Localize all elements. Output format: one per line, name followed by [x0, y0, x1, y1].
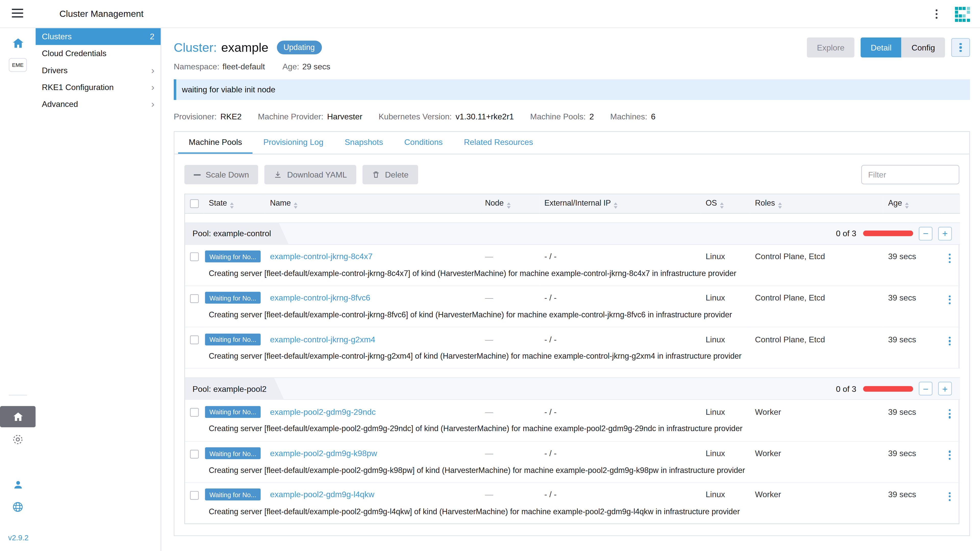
- tab-snapshots[interactable]: Snapshots: [334, 132, 394, 154]
- machine-detail-text: Creating server [fleet-default/example-c…: [204, 268, 960, 286]
- tab-machine-pools[interactable]: Machine Pools: [178, 132, 253, 154]
- machine-detail-text: Creating server [fleet-default/example-p…: [204, 465, 960, 483]
- machine-row: Waiting for No...example-pool2-gdm9g-k98…: [185, 441, 960, 465]
- row-actions-icon[interactable]: [947, 449, 953, 462]
- row-checkbox[interactable]: [190, 491, 199, 499]
- machine-detail-row: Creating server [fleet-default/example-p…: [185, 424, 960, 441]
- cluster-actions-button[interactable]: [951, 38, 970, 57]
- tab-conditions[interactable]: Conditions: [393, 132, 453, 154]
- machine-detail-text: Creating server [fleet-default/example-c…: [204, 351, 960, 368]
- brand-logo[interactable]: [954, 5, 971, 23]
- row-checkbox[interactable]: [190, 294, 199, 303]
- machine-name-link[interactable]: example-pool2-gdm9g-k98pw: [270, 449, 377, 458]
- language-globe-icon[interactable]: [0, 501, 36, 513]
- meta-item: Machine Pools:2: [530, 112, 594, 121]
- column-header-age[interactable]: Age: [883, 194, 939, 213]
- delete-button[interactable]: Delete: [363, 165, 418, 184]
- pool-group-header: Pool: example-pool20 of 3−+: [185, 378, 960, 400]
- machine-state-badge: Waiting for No...: [205, 292, 261, 304]
- scale-down-button[interactable]: Scale Down: [184, 165, 258, 184]
- column-header-state[interactable]: State: [204, 194, 265, 213]
- download-yaml-button[interactable]: Download YAML: [265, 165, 356, 184]
- pool-scale-down-button[interactable]: −: [919, 227, 932, 240]
- machine-os-cell: Linux: [700, 441, 750, 465]
- cluster-state-badge: Updating: [277, 41, 321, 54]
- meta-label: Machines:: [610, 112, 647, 121]
- pool-scale-label: 0 of 3: [836, 384, 856, 394]
- machine-roles-cell: Worker: [750, 483, 883, 507]
- table-header-row: StateNameNodeExternal/Internal IPOSRoles…: [185, 194, 960, 213]
- machine-ip-cell: - / -: [539, 286, 700, 310]
- column-header-node[interactable]: Node: [480, 194, 539, 213]
- explore-button[interactable]: Explore: [807, 38, 854, 57]
- machine-row: Waiting for No...example-pool2-gdm9g-l4q…: [185, 483, 960, 507]
- menu-icon[interactable]: [12, 9, 23, 20]
- machine-age-cell: 39 secs: [883, 483, 939, 507]
- topbar-kebab-icon[interactable]: [933, 7, 940, 21]
- machine-node-cell: —: [480, 327, 539, 351]
- row-actions-icon[interactable]: [947, 293, 953, 306]
- tab-provisioning-log[interactable]: Provisioning Log: [253, 132, 334, 154]
- column-header-name[interactable]: Name: [265, 194, 480, 213]
- machine-name-link[interactable]: example-pool2-gdm9g-29ndc: [270, 407, 375, 416]
- pool-scale-down-button[interactable]: −: [919, 382, 932, 395]
- select-all-cell: [185, 194, 204, 213]
- sidebar-item-label: Clusters: [42, 32, 150, 41]
- fleet-icon[interactable]: [0, 433, 36, 446]
- table-toolbar: Scale Down Download YAML Delete: [174, 154, 969, 194]
- machine-row: Waiting for No...example-control-jkrng-g…: [185, 327, 960, 351]
- row-checkbox[interactable]: [190, 408, 199, 417]
- row-checkbox[interactable]: [190, 335, 199, 344]
- sort-icon: [614, 202, 618, 208]
- machine-os-cell: Linux: [700, 327, 750, 351]
- select-all-checkbox[interactable]: [190, 199, 199, 208]
- config-button[interactable]: Config: [901, 38, 945, 57]
- row-actions-icon[interactable]: [947, 407, 953, 420]
- machine-name-link[interactable]: example-pool2-gdm9g-l4qkw: [270, 490, 374, 499]
- tab-related-resources[interactable]: Related Resources: [453, 132, 544, 154]
- machine-row: Waiting for No...example-control-jkrng-8…: [185, 245, 960, 268]
- row-checkbox[interactable]: [190, 252, 199, 261]
- resource-subheader: Namespace:fleet-default Age:29 secs: [174, 62, 970, 71]
- info-banner-message: waiting for viable init node: [182, 85, 275, 94]
- pool-scale-up-button[interactable]: +: [938, 227, 952, 240]
- machine-name-link[interactable]: example-control-jkrng-g2xm4: [270, 334, 375, 344]
- sidebar-item-cloud-credentials[interactable]: Cloud Credentials: [36, 45, 161, 62]
- machine-age-cell: 39 secs: [883, 245, 939, 268]
- machine-detail-text: Creating server [fleet-default/example-p…: [204, 507, 960, 524]
- pool-scale-up-button[interactable]: +: [938, 382, 952, 395]
- home-icon[interactable]: [0, 37, 36, 49]
- machine-age-cell: 39 secs: [883, 286, 939, 310]
- left-rail: EME v2.9.2: [0, 28, 36, 551]
- cluster-management-icon[interactable]: [0, 406, 36, 427]
- machine-state-badge: Waiting for No...: [205, 489, 261, 501]
- sidebar-item-clusters[interactable]: Clusters2: [36, 28, 161, 45]
- machine-name-link[interactable]: example-control-jkrng-8fvc6: [270, 293, 370, 303]
- column-header-roles[interactable]: Roles: [750, 194, 883, 213]
- detail-button[interactable]: Detail: [861, 38, 902, 57]
- machine-name-link[interactable]: example-control-jkrng-8c4x7: [270, 252, 372, 261]
- sort-icon: [720, 202, 724, 208]
- row-actions-icon[interactable]: [947, 490, 953, 503]
- sidebar-item-advanced[interactable]: Advanced›: [36, 96, 161, 113]
- pool-progress-bar: [863, 386, 913, 392]
- user-icon[interactable]: [0, 479, 36, 490]
- sidebar-item-drivers[interactable]: Drivers›: [36, 62, 161, 79]
- meta-value: RKE2: [221, 112, 242, 121]
- machine-detail-row: Creating server [fleet-default/example-c…: [185, 310, 960, 327]
- column-header-external-internal-ip[interactable]: External/Internal IP: [539, 194, 700, 213]
- row-actions-icon[interactable]: [947, 252, 953, 265]
- row-checkbox[interactable]: [190, 449, 199, 458]
- sidebar-item-label: Advanced: [42, 99, 151, 109]
- machine-os-cell: Linux: [700, 245, 750, 268]
- row-actions-icon[interactable]: [947, 335, 953, 348]
- version-label[interactable]: v2.9.2: [8, 534, 29, 542]
- sidebar-item-rke1-configuration[interactable]: RKE1 Configuration›: [36, 79, 161, 96]
- info-banner: waiting for viable init node: [174, 79, 970, 100]
- column-header-label: Node: [485, 199, 504, 207]
- tabbed-card: Machine PoolsProvisioning LogSnapshotsCo…: [174, 131, 970, 536]
- column-header-os[interactable]: OS: [700, 194, 750, 213]
- machine-ip-cell: - / -: [539, 441, 700, 465]
- eme-extension-badge[interactable]: EME: [9, 58, 27, 72]
- filter-input[interactable]: [861, 165, 959, 184]
